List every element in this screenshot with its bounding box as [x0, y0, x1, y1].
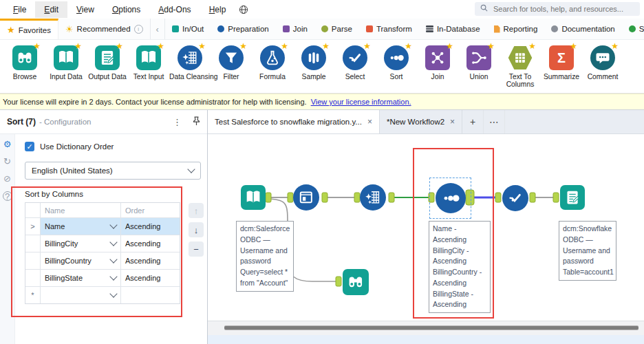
tool-join[interactable]: ★ Join	[417, 43, 458, 93]
category-preparation[interactable]: Preparation	[211, 19, 275, 39]
workflow-tab-1[interactable]: Test Salesforce to snowflake migration.y…	[208, 110, 380, 133]
panel-title: Sort (7)	[7, 117, 36, 127]
grid-row-billingcountry[interactable]: BillingCountry Ascending	[25, 252, 180, 269]
tool-output-data[interactable]: ★ Output Data	[87, 43, 128, 93]
menu-view[interactable]: View	[67, 1, 103, 18]
sun-icon: ☀	[65, 25, 74, 34]
preparation-icon	[217, 25, 224, 32]
performance-icon[interactable]: ↻	[3, 157, 11, 166]
config-side-strip: ⚙ ↻ ⊘ ?	[0, 134, 15, 344]
tool-text-to-columns[interactable]: ★ Text To Columns	[500, 43, 541, 93]
menu-help[interactable]: Help	[200, 1, 235, 18]
workflow-tabbar: Test Salesforce to snowflake migration.y…	[208, 110, 644, 134]
chevron-down-icon	[187, 165, 195, 173]
tool-sample[interactable]: ★ Sample	[293, 43, 334, 93]
configuration-body: ⚙ ↻ ⊘ ? ✓ Use Dictionary Order English (…	[0, 134, 207, 344]
use-dictionary-label: Use Dictionary Order	[40, 142, 114, 151]
search-input[interactable]	[492, 4, 634, 14]
category-parse[interactable]: Parse	[314, 19, 359, 39]
gear-icon[interactable]: ⚙	[3, 140, 12, 149]
tab-overflow-button[interactable]: ⋯	[484, 110, 505, 133]
category-spatial[interactable]: Spatial	[622, 19, 644, 39]
tool-data-cleansing[interactable]: ★ Data Cleansing	[169, 43, 211, 93]
tool-comment[interactable]: ★ Comment	[582, 43, 623, 93]
output-node-annotation[interactable]: dcm:Snowflake ODBC — Username and passwo…	[559, 221, 616, 281]
grid-row-billingcity[interactable]: BillingCity Ascending	[25, 235, 180, 252]
close-icon[interactable]: ×	[450, 117, 455, 127]
tool-text-input[interactable]: ★ Text Input	[128, 43, 169, 93]
tool-sort[interactable]: ★ Sort	[376, 43, 417, 93]
move-down-button[interactable]: ↓	[189, 222, 204, 237]
menu-edit[interactable]: Edit	[35, 1, 67, 18]
help-icon[interactable]: ?	[3, 191, 12, 201]
category-reporting[interactable]: Reporting	[487, 19, 545, 39]
select-node[interactable]	[502, 185, 528, 211]
favorite-star-icon: ★	[74, 41, 82, 51]
annotation-tag-icon[interactable]: ⊘	[3, 174, 11, 183]
tool-input-data[interactable]: ★ Input Data	[45, 43, 87, 93]
input-data-node[interactable]	[241, 185, 266, 210]
favorite-star-icon: ★	[446, 41, 453, 51]
license-link[interactable]: View your license information.	[311, 98, 411, 106]
chevron-down-icon[interactable]	[109, 238, 117, 246]
chevron-down-icon[interactable]	[109, 255, 117, 263]
tool-filter[interactable]: ★ Filter	[211, 43, 252, 93]
new-workflow-button[interactable]: +	[462, 110, 484, 133]
language-dropdown[interactable]: English (United States)	[25, 162, 201, 180]
tool-summarize[interactable]: ★ Σ Summarize	[541, 43, 582, 93]
category-in-database[interactable]: In-Database	[419, 19, 487, 39]
move-up-button[interactable]: ↑	[189, 203, 204, 218]
grid-header-row: Name Order	[25, 203, 180, 217]
favorite-star-icon: ★	[487, 41, 495, 51]
canvas-scrollbar[interactable]	[208, 321, 644, 335]
grid-row-billingstate[interactable]: BillingState Ascending	[25, 269, 180, 286]
chevron-down-icon[interactable]	[109, 272, 117, 280]
checkbox-checked-icon[interactable]: ✓	[25, 142, 34, 151]
favorites-toolbar: ★ Browse ★ Input Data ★ Output Data ★ Te…	[0, 40, 644, 94]
category-recommended[interactable]: ☀ Recommended i	[58, 19, 150, 39]
sort-columns-grid: Name Order > Name Ascending BillingCity …	[25, 202, 180, 304]
order-column-header: Order	[121, 203, 180, 217]
grid-row-new[interactable]: *	[25, 286, 180, 303]
menu-file[interactable]: File	[4, 1, 35, 18]
palette-scroll-left[interactable]: ‹	[150, 19, 165, 39]
remove-row-button[interactable]: −	[189, 241, 204, 257]
tool-browse[interactable]: ★ Browse	[4, 43, 45, 93]
menu-addons[interactable]: Add-Ons	[149, 1, 200, 18]
data-cleansing-node[interactable]	[360, 184, 386, 211]
workflow-area: Test Salesforce to snowflake migration.y…	[208, 110, 644, 344]
horizontal-scrollbar-thumb[interactable]	[224, 326, 638, 330]
category-transform[interactable]: Transform	[359, 19, 419, 39]
select-records-node[interactable]	[293, 184, 319, 211]
tool-select[interactable]: ★ Select	[334, 43, 376, 93]
browse-node[interactable]	[343, 269, 369, 295]
search-icon	[480, 4, 488, 14]
tool-union[interactable]: ★ Union	[458, 43, 500, 93]
close-icon[interactable]: ×	[367, 117, 372, 127]
category-join[interactable]: Join	[276, 19, 314, 39]
grid-row-name[interactable]: > Name Ascending	[25, 217, 180, 235]
favorite-star-icon: ★	[405, 41, 412, 51]
tool-formula[interactable]: ★ Formula	[252, 43, 293, 93]
global-search[interactable]	[475, 2, 640, 16]
category-in-out[interactable]: In/Out	[165, 19, 211, 39]
sort-node-annotation[interactable]: Name - Ascending BillingCity - Ascending…	[429, 221, 491, 313]
name-column-header: Name	[41, 203, 121, 217]
kebab-menu-icon[interactable]: ⋮	[173, 117, 182, 127]
tool-palette-categories: ★ Favorites ☀ Recommended i ‹ In/Out Pre…	[0, 19, 644, 40]
workflow-tab-2[interactable]: *New Workflow2 ×	[380, 110, 462, 133]
category-documentation[interactable]: Documentation	[544, 19, 621, 39]
workflow-canvas[interactable]: dcm:Salesforce ODBC — Username and passw…	[208, 134, 644, 321]
category-favorites[interactable]: ★ Favorites	[0, 19, 58, 39]
use-dictionary-order[interactable]: ✓ Use Dictionary Order	[25, 142, 114, 151]
menu-options[interactable]: Options	[103, 1, 149, 18]
pin-icon[interactable]	[193, 116, 200, 128]
output-data-node[interactable]	[560, 185, 585, 210]
info-icon: i	[134, 25, 143, 34]
globe-icon[interactable]	[239, 5, 248, 14]
chevron-down-icon[interactable]	[109, 221, 117, 228]
input-node-annotation[interactable]: dcm:Salesforce ODBC — Username and passw…	[236, 221, 294, 292]
chevron-down-icon[interactable]	[109, 290, 117, 297]
sort-node[interactable]	[436, 183, 466, 213]
transform-icon	[366, 25, 373, 32]
